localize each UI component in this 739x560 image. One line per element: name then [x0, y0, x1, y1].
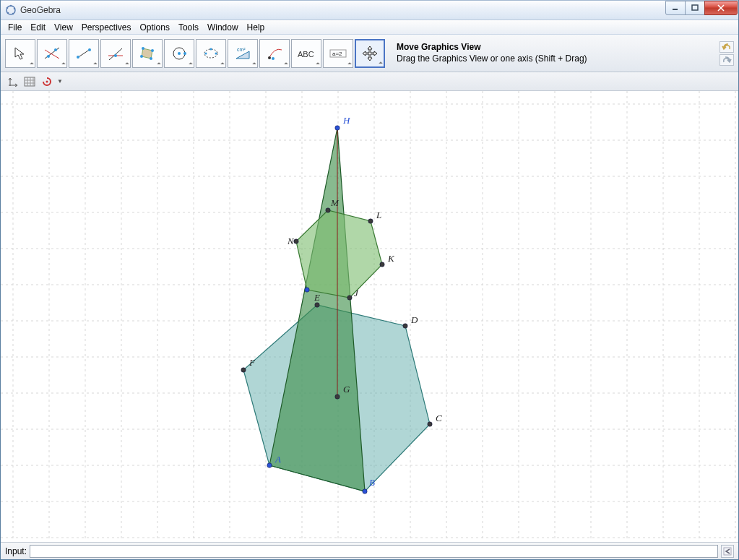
svg-rect-7 — [692, 5, 698, 10]
app-icon — [5, 4, 17, 16]
tool-text[interactable]: ABC — [291, 39, 321, 68]
menu-window[interactable]: Window — [203, 21, 243, 34]
label-B: B — [369, 477, 375, 488]
tool-slider[interactable]: a=2 — [323, 39, 353, 68]
input-label: Input: — [5, 546, 27, 556]
svg-point-27 — [183, 52, 186, 55]
svg-point-4 — [7, 12, 9, 14]
svg-marker-83 — [296, 210, 382, 298]
dropdown-icon[interactable]: ▼ — [57, 78, 63, 85]
svg-point-16 — [88, 48, 91, 51]
style-toolbar: ▼ — [1, 72, 738, 91]
label-A: A — [275, 454, 281, 465]
tool-hint-body: Drag the Graphics View or one axis (Shif… — [397, 53, 587, 65]
point-H[interactable] — [335, 126, 340, 130]
input-help-button[interactable] — [721, 545, 734, 558]
main-toolbar: cm² ABC a=2 Move Graphics View Drag the … — [1, 35, 738, 72]
label-C: C — [436, 413, 442, 423]
tool-angle[interactable]: cm² — [228, 39, 258, 68]
point-E[interactable] — [315, 303, 319, 307]
point-D[interactable] — [403, 324, 407, 328]
svg-point-34 — [272, 57, 275, 60]
tool-conic[interactable] — [196, 39, 226, 68]
menu-edit[interactable]: Edit — [26, 21, 50, 34]
svg-rect-85 — [724, 548, 731, 555]
label-N: N — [287, 236, 295, 246]
svg-point-31 — [210, 48, 212, 50]
svg-point-13 — [54, 48, 57, 51]
tool-move-graphics-view[interactable] — [355, 39, 385, 68]
undo-icon[interactable] — [719, 41, 734, 53]
minimize-button[interactable] — [665, 1, 686, 15]
point-F[interactable] — [241, 368, 246, 372]
tool-segment[interactable] — [69, 39, 99, 68]
point-A[interactable] — [267, 463, 272, 468]
point-J[interactable] — [347, 296, 352, 300]
label-M: M — [330, 197, 340, 208]
svg-text:ABC: ABC — [298, 50, 314, 59]
point-M[interactable] — [326, 208, 330, 212]
tool-polygon[interactable] — [132, 39, 163, 68]
svg-point-12 — [47, 55, 50, 58]
redo-icon[interactable] — [719, 54, 734, 66]
svg-text:cm²: cm² — [237, 47, 246, 52]
maximize-button[interactable] — [685, 1, 705, 15]
tool-perpendicular[interactable] — [100, 39, 131, 68]
svg-point-33 — [268, 56, 271, 59]
svg-marker-20 — [142, 48, 152, 59]
point-L[interactable] — [368, 219, 373, 223]
tool-hint: Move Graphics View Drag the Graphics Vie… — [397, 42, 587, 64]
titlebar: GeoGebra — [1, 0, 738, 20]
svg-point-15 — [77, 56, 79, 59]
menubar: File Edit View Perspectives Options Tool… — [1, 20, 738, 35]
svg-text:a=2: a=2 — [332, 51, 342, 57]
menu-perspectives[interactable]: Perspectives — [77, 21, 136, 34]
svg-point-21 — [142, 47, 144, 50]
point-G[interactable] — [335, 395, 340, 399]
window-controls — [666, 1, 738, 15]
input-field[interactable] — [30, 545, 718, 558]
label-H: H — [342, 115, 350, 126]
tool-move[interactable] — [5, 39, 35, 68]
label-F: F — [249, 357, 256, 368]
svg-point-46 — [46, 80, 48, 82]
svg-point-3 — [12, 13, 14, 15]
svg-point-26 — [178, 52, 181, 55]
svg-point-2 — [14, 8, 16, 10]
close-button[interactable] — [704, 1, 738, 15]
svg-point-19 — [114, 54, 117, 57]
point-N[interactable] — [294, 239, 298, 244]
menu-tools[interactable]: Tools — [174, 21, 203, 34]
label-G: G — [343, 384, 350, 395]
svg-point-29 — [205, 52, 207, 54]
menu-view[interactable]: View — [50, 21, 77, 34]
label-D: D — [410, 314, 418, 325]
svg-point-30 — [215, 52, 217, 54]
menu-help[interactable]: Help — [243, 21, 269, 34]
point-K[interactable] — [380, 262, 384, 267]
tool-circle[interactable] — [164, 39, 194, 68]
svg-point-1 — [10, 5, 12, 7]
input-bar: Input: — [1, 542, 738, 559]
graphics-view[interactable]: ABCDEFGHJKLMN — [1, 91, 738, 542]
axes-toggle[interactable] — [5, 75, 20, 88]
tool-hint-title: Move Graphics View — [397, 42, 587, 53]
menu-file[interactable]: File — [4, 21, 26, 34]
point-P[interactable] — [305, 288, 309, 292]
window-title: GeoGebra — [20, 5, 666, 15]
label-K: K — [387, 253, 395, 264]
label-E: E — [314, 292, 320, 303]
grid-toggle[interactable] — [22, 75, 37, 88]
svg-marker-82 — [269, 128, 365, 491]
svg-point-24 — [140, 55, 143, 58]
tool-reflect[interactable] — [259, 39, 290, 68]
label-L: L — [376, 210, 381, 220]
point-C[interactable] — [428, 422, 432, 426]
point-capture[interactable] — [40, 75, 54, 88]
tool-line[interactable] — [37, 39, 67, 68]
svg-point-23 — [150, 57, 152, 60]
point-B[interactable] — [363, 489, 367, 494]
svg-point-5 — [7, 7, 9, 9]
menu-options[interactable]: Options — [136, 21, 174, 34]
svg-point-22 — [151, 49, 154, 52]
